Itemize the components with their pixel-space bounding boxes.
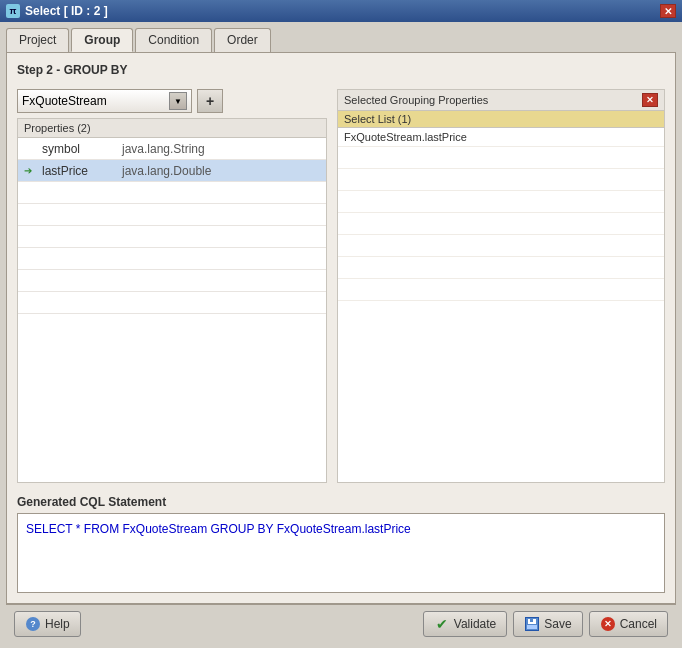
tab-condition[interactable]: Condition [135,28,212,52]
right-column: Selected Grouping Properties ✕ Select Li… [337,89,665,483]
select-list-empty-5 [338,235,664,257]
prop-name-symbol: symbol [38,142,118,156]
select-list-empty-3 [338,191,664,213]
cancel-button[interactable]: ✕ Cancel [589,611,668,637]
arrow-indicator-lastprice: ➔ [18,165,38,176]
prop-type-lastprice: java.lang.Double [118,164,215,178]
selected-properties-title: Selected Grouping Properties [344,94,488,106]
select-list-header: Select List (1) [338,111,664,128]
stream-dropdown[interactable]: FxQuoteStream ▼ [17,89,192,113]
add-button[interactable]: + [197,89,223,113]
tab-group[interactable]: Group [71,28,133,52]
window-title: Select [ ID : 2 ] [25,4,108,18]
select-list-empty-2 [338,169,664,191]
selected-properties-header: Selected Grouping Properties ✕ [338,90,664,111]
property-row-lastprice[interactable]: ➔ lastPrice java.lang.Double [18,160,326,182]
property-row-empty-5 [18,270,326,292]
step-title: Step 2 - GROUP BY [17,63,665,77]
help-button[interactable]: ? Help [14,611,81,637]
bottom-bar: ? Help ✔ Validate [6,604,676,642]
property-row-empty-4 [18,248,326,270]
save-icon [524,616,540,632]
select-list-empty-4 [338,213,664,235]
title-bar-title: π Select [ ID : 2 ] [6,4,108,18]
stream-selector-row: FxQuoteStream ▼ + [17,89,327,113]
help-icon: ? [25,616,41,632]
validate-label: Validate [454,617,496,631]
app-icon: π [6,4,20,18]
prop-name-lastprice: lastPrice [38,164,118,178]
cql-statement: SELECT * FROM FxQuoteStream GROUP BY FxQ… [17,513,665,593]
validate-icon: ✔ [434,616,450,632]
select-list-empty-1 [338,147,664,169]
content-panel: Step 2 - GROUP BY FxQuoteStream ▼ + Prop… [6,52,676,604]
property-row-empty-6 [18,292,326,314]
prop-type-symbol: java.lang.String [118,142,209,156]
validate-button[interactable]: ✔ Validate [423,611,507,637]
stream-dropdown-value: FxQuoteStream [22,94,107,108]
select-list-item-0[interactable]: FxQuoteStream.lastPrice [338,128,664,147]
tab-bar: Project Group Condition Order [6,28,676,52]
close-button[interactable]: ✕ [660,4,676,18]
select-list-empty-6 [338,257,664,279]
svg-rect-3 [527,625,537,629]
two-col-layout: FxQuoteStream ▼ + Properties (2) symbol … [17,89,665,483]
property-row-empty-3 [18,226,326,248]
left-column: FxQuoteStream ▼ + Properties (2) symbol … [17,89,327,483]
help-label: Help [45,617,70,631]
cql-label: Generated CQL Statement [17,495,665,509]
property-row-empty-2 [18,204,326,226]
tab-order[interactable]: Order [214,28,271,52]
title-bar: π Select [ ID : 2 ] ✕ [0,0,682,22]
tab-project[interactable]: Project [6,28,69,52]
property-row-symbol[interactable]: symbol java.lang.String [18,138,326,160]
bottom-right: ✔ Validate Save [423,611,668,637]
save-button[interactable]: Save [513,611,582,637]
save-label: Save [544,617,571,631]
cql-section: Generated CQL Statement SELECT * FROM Fx… [17,495,665,593]
dropdown-arrow-icon[interactable]: ▼ [169,92,187,110]
main-container: Project Group Condition Order Step 2 - G… [0,22,682,648]
properties-table: Properties (2) symbol java.lang.String ➔… [17,118,327,483]
selected-properties-panel: Selected Grouping Properties ✕ Select Li… [337,89,665,483]
remove-button[interactable]: ✕ [642,93,658,107]
bottom-left: ? Help [14,611,81,637]
svg-rect-2 [530,619,533,622]
cancel-label: Cancel [620,617,657,631]
property-row-empty-1 [18,182,326,204]
properties-header: Properties (2) [18,119,326,138]
cancel-icon: ✕ [600,616,616,632]
select-list-empty-7 [338,279,664,301]
